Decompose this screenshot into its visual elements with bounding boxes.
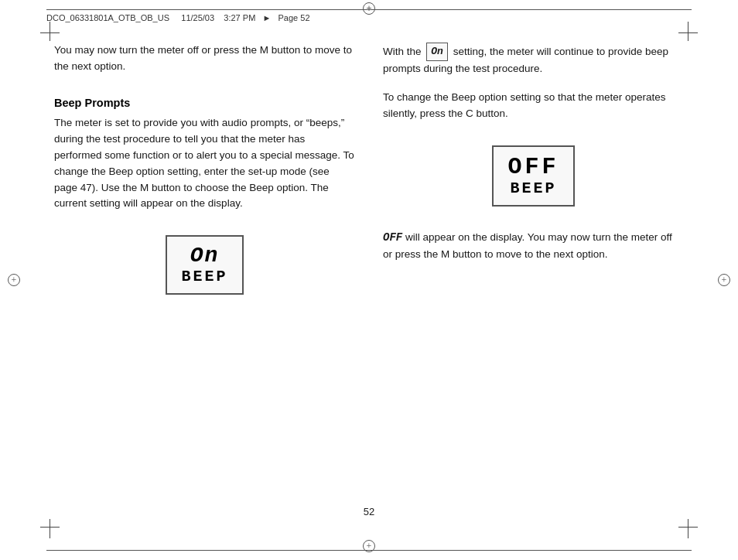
lcd-on-box: On BEEP — [166, 235, 243, 295]
lcd-on-inline: On — [426, 43, 448, 61]
header-time: 3:27 PM — [224, 13, 255, 22]
reg-mark-br-v — [688, 519, 688, 538]
right-column: With the On setting, the meter will cont… — [383, 43, 684, 492]
right-para2: To change the Beep option setting so tha… — [383, 90, 684, 122]
lcd-off-display-wrapper: OFF BEEP — [383, 133, 684, 219]
right-para3: OFF will appear on the display. You may … — [383, 230, 684, 263]
right-para1: With the On setting, the meter will cont… — [383, 43, 684, 77]
lcd-on-bottom: BEEP — [181, 268, 227, 285]
reg-mark-bl-v — [50, 519, 50, 538]
lcd-on-top: On — [181, 244, 227, 268]
footer-bar — [46, 547, 692, 551]
left-column: You may now turn the meter off or press … — [54, 43, 355, 492]
reg-mark-tr-v — [688, 22, 688, 41]
page-number: 52 — [54, 506, 684, 517]
right-para3-text: will appear on the display. You may now … — [383, 231, 672, 260]
crosshair-right-center — [718, 274, 730, 286]
right-para1-prefix: With the — [383, 46, 422, 57]
lcd-off-top: OFF — [507, 155, 559, 180]
crosshair-top-center — [363, 2, 375, 15]
header-page-ref: Page 52 — [278, 13, 310, 22]
off-inline-display: OFF — [383, 231, 402, 244]
section-heading-beep-prompts: Beep Prompts — [54, 97, 355, 109]
lcd-off-box: OFF BEEP — [492, 145, 574, 207]
page-content: You may now turn the meter off or press … — [54, 43, 684, 517]
left-intro-text: You may now turn the meter off or press … — [54, 43, 355, 75]
reg-mark-tl-v — [50, 22, 50, 41]
header-arrow: ► — [262, 13, 271, 22]
header-date: 11/25/03 — [181, 13, 214, 22]
page-header: DCO_06331801A_OTB_OB_US 11/25/03 3:27 PM… — [46, 9, 692, 22]
two-column-layout: You may now turn the meter off or press … — [54, 43, 684, 492]
lcd-on-display-wrapper: On BEEP — [54, 223, 355, 307]
crosshair-left-center — [8, 274, 20, 286]
doc-id: DCO_06331801A_OTB_OB_US — [46, 13, 169, 22]
left-body-text: The meter is set to provide you with aud… — [54, 115, 355, 213]
lcd-off-bottom: BEEP — [507, 180, 559, 197]
